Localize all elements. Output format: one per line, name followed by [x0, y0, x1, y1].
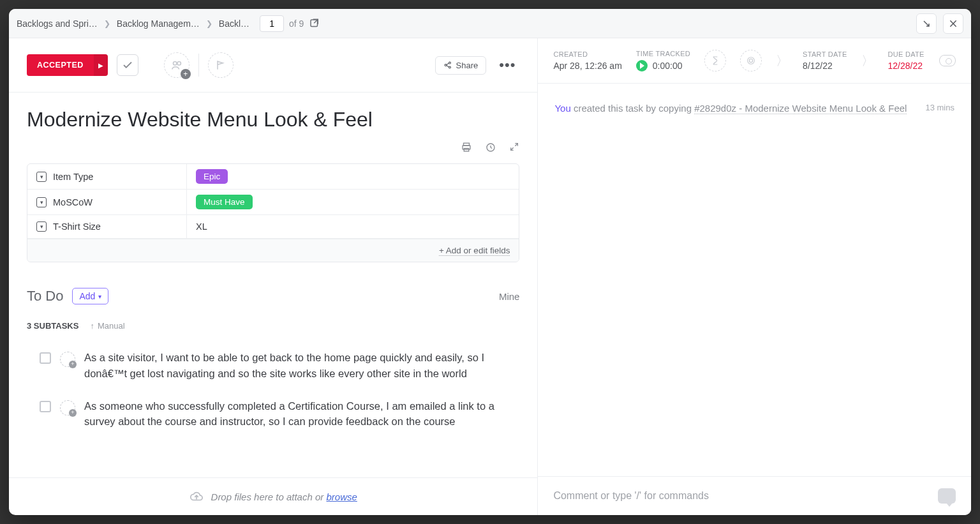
cloud-upload-icon [189, 490, 204, 504]
field-value[interactable]: XL [187, 215, 519, 238]
date-divider-icon: 〉 [776, 52, 789, 70]
watchers-icon[interactable] [939, 55, 956, 66]
subtasks-count: 3 SUBTASKS [27, 321, 78, 331]
svg-point-1 [173, 62, 177, 66]
task-modal: Backlogs and Spri… ❯ Backlog Managem… ❯ … [9, 9, 971, 515]
mark-complete-button[interactable] [117, 54, 138, 76]
caret-down-icon: ▾ [98, 293, 101, 300]
comment-input[interactable] [553, 490, 929, 502]
breadcrumb: Backlogs and Spri… ❯ Backlog Managem… ❯ … [17, 19, 249, 29]
browse-link[interactable]: browse [326, 491, 357, 502]
subtask-assignee-button[interactable] [60, 400, 75, 415]
task-toolbar: ACCEPTED ▶ [9, 38, 537, 93]
pill-epic: Epic [196, 169, 228, 184]
subtask-row[interactable]: As a site visitor, I want to be able to … [27, 343, 519, 392]
pill-must-have: Must Have [196, 195, 253, 209]
subtask-title[interactable]: As someone who successfully completed a … [84, 398, 519, 430]
send-comment-icon[interactable] [938, 488, 956, 504]
subtask-title[interactable]: As a site visitor, I want to be able to … [84, 350, 519, 382]
task-title[interactable]: Modernize Website Menu Look & Feel [27, 108, 519, 131]
manual-label: Manual [98, 321, 125, 331]
minimize-button[interactable] [916, 13, 937, 34]
created-label: CREATED [553, 50, 621, 58]
sort-manual[interactable]: ↑ Manual [90, 321, 124, 331]
tracked-value: 0:00:00 [636, 60, 690, 71]
meta-bar: CREATED Apr 28, 12:26 am TIME TRACKED 0:… [538, 38, 971, 84]
activity-actor[interactable]: You [554, 103, 570, 114]
start-label: START DATE [803, 50, 847, 58]
due-date-block[interactable]: DUE DATE 12/28/22 [888, 50, 924, 71]
field-label: ▾ MoSCoW [27, 190, 187, 214]
attachments-dropzone[interactable]: Drop files here to attach or browse [9, 477, 537, 515]
field-value[interactable]: Must Have [187, 190, 519, 214]
play-icon[interactable] [636, 60, 648, 71]
share-button[interactable]: Share [435, 56, 487, 75]
assignees-button[interactable] [164, 52, 189, 78]
dropzone-text: Drop files here to attach or [211, 491, 327, 502]
time-tracked-block[interactable]: TIME TRACKED 0:00:00 [636, 50, 690, 71]
created-value: Apr 28, 12:26 am [553, 61, 621, 71]
pager-current-input[interactable] [260, 15, 284, 32]
title-actions [9, 137, 537, 163]
svg-point-2 [177, 62, 181, 66]
add-edit-fields-link[interactable]: + Add or edit fields [439, 246, 510, 256]
activity-feed: 13 mins You created this task by copying… [538, 84, 971, 476]
priority-button[interactable] [208, 52, 234, 78]
task-main-panel: ACCEPTED ▶ [9, 38, 538, 515]
task-body-scroll[interactable]: ▾ Item Type Epic ▾ MoSCoW Must [9, 163, 537, 477]
start-value: 8/12/22 [803, 61, 847, 71]
modal-header: Backlogs and Spri… ❯ Backlog Managem… ❯ … [9, 9, 971, 38]
expand-icon[interactable] [509, 142, 519, 153]
custom-fields-table: ▾ Item Type Epic ▾ MoSCoW Must [27, 163, 519, 262]
tshirt-value: XL [196, 221, 207, 232]
activity-source-link[interactable]: #2829d0z - Modernize Website Menu Look &… [694, 103, 907, 114]
activity-entry: 13 mins You created this task by copying… [554, 103, 954, 114]
open-new-tab-icon[interactable] [309, 18, 320, 29]
close-button[interactable] [943, 13, 963, 34]
field-row-tshirt[interactable]: ▾ T-Shirt Size XL [27, 215, 519, 239]
subtask-row[interactable]: As someone who successfully completed a … [27, 392, 519, 440]
estimate-button[interactable] [704, 50, 726, 71]
fields-footer: + Add or edit fields [27, 239, 519, 262]
status-label: ACCEPTED [27, 54, 94, 76]
field-row-item-type[interactable]: ▾ Item Type Epic [27, 164, 519, 190]
arrow-up-icon: ↑ [90, 321, 94, 331]
field-label: ▾ T-Shirt Size [27, 215, 187, 238]
field-value[interactable]: Epic [187, 164, 519, 189]
todo-header: To Do Add ▾ Mine [27, 288, 519, 304]
svg-point-10 [748, 57, 755, 64]
subtask-assignee-button[interactable] [60, 352, 75, 367]
start-date-block[interactable]: START DATE 8/12/22 [803, 50, 847, 71]
date-divider-icon: 〉 [861, 52, 874, 70]
tracked-label: TIME TRACKED [636, 50, 690, 57]
field-name: MoSCoW [53, 197, 93, 207]
sprint-points-button[interactable] [740, 50, 762, 71]
due-value: 12/28/22 [888, 61, 924, 71]
svg-point-11 [749, 59, 752, 62]
print-icon[interactable] [461, 142, 472, 153]
activity-time: 13 mins [925, 103, 954, 112]
todo-title: To Do [27, 288, 63, 304]
chevron-right-icon: ❯ [104, 19, 110, 28]
task-side-panel: CREATED Apr 28, 12:26 am TIME TRACKED 0:… [538, 38, 971, 515]
subtask-status-box[interactable] [40, 401, 51, 412]
modal-content: ACCEPTED ▶ [9, 38, 971, 515]
breadcrumb-folder[interactable]: Backlog Managem… [117, 19, 200, 29]
status-button[interactable]: ACCEPTED ▶ [27, 54, 108, 76]
breadcrumb-list[interactable]: Backl… [219, 19, 249, 29]
breadcrumb-space[interactable]: Backlogs and Spri… [17, 19, 98, 29]
todo-add-button[interactable]: Add ▾ [72, 288, 108, 304]
share-label: Share [456, 61, 479, 70]
history-icon[interactable] [485, 142, 496, 153]
dropdown-field-icon: ▾ [36, 197, 47, 207]
more-menu-button[interactable]: ••• [495, 57, 519, 73]
dropdown-field-icon: ▾ [36, 221, 47, 232]
subtasks-header: 3 SUBTASKS ↑ Manual [27, 321, 519, 331]
comment-box [538, 476, 971, 515]
mine-filter[interactable]: Mine [499, 291, 520, 302]
subtask-status-box[interactable] [40, 352, 51, 364]
created-block: CREATED Apr 28, 12:26 am [553, 50, 621, 71]
task-pager: of 9 [260, 15, 320, 32]
status-next-icon[interactable]: ▶ [94, 54, 108, 76]
field-row-moscow[interactable]: ▾ MoSCoW Must Have [27, 190, 519, 215]
